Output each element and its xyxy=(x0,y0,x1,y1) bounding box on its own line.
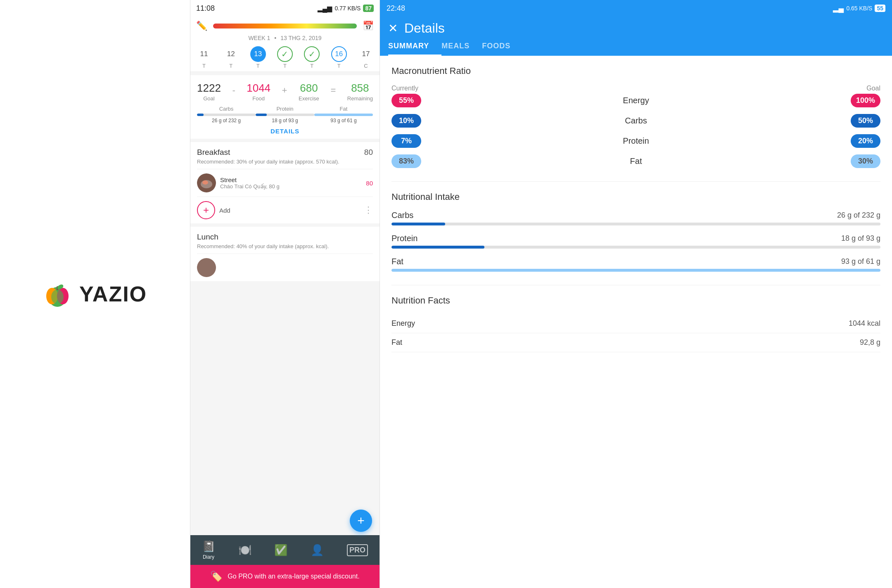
lunch-section: Lunch Recommended: 40% of your daily int… xyxy=(190,227,380,281)
day-13-circle: 13 xyxy=(250,46,266,62)
minus-op: - xyxy=(232,85,235,96)
nav-recipes[interactable]: 🍽️ xyxy=(238,544,251,557)
exercise-value: 680 xyxy=(300,82,318,95)
day-14[interactable]: ✓ T xyxy=(277,46,293,69)
status-time: 11:08 xyxy=(196,4,215,13)
day-17-circle: 17 xyxy=(358,46,374,62)
lunch-rec: Recommended: 40% of your daily intake (a… xyxy=(197,243,373,249)
tab-meals[interactable]: MEALS xyxy=(441,36,482,56)
calendar-icon[interactable]: 📅 xyxy=(363,21,374,31)
details-status-right: ▂▄ 0.65 KB/S 55 xyxy=(833,4,885,13)
nf-energy-row: Energy 1044 kcal xyxy=(391,314,880,333)
fat-name: Fat xyxy=(421,156,851,166)
tab-foods[interactable]: FOODS xyxy=(482,36,523,56)
svg-point-8 xyxy=(202,180,208,185)
lunch-food-item xyxy=(197,254,373,281)
week-date: 13 THG 2, 2019 xyxy=(280,35,321,41)
lunch-header: Lunch xyxy=(197,232,373,242)
ni-fat-value: 93 g of 61 g xyxy=(841,257,880,266)
food-sub: Cháo Trai Có Quấy, 80 g xyxy=(220,183,362,190)
add-food-row[interactable]: + Add ⋮ xyxy=(197,197,373,223)
yazio-icon xyxy=(43,280,72,308)
day-14-letter: T xyxy=(283,63,287,69)
day-16[interactable]: 16 T xyxy=(331,46,347,69)
promo-text: Go PRO with an extra-large special disco… xyxy=(228,573,359,580)
day-17[interactable]: 17 C xyxy=(358,46,374,69)
day-16-circle: 16 xyxy=(331,46,347,62)
ni-protein-row: Protein 18 g of 93 g xyxy=(391,234,880,249)
energy-ratio-row: 55% Energy 100% xyxy=(391,94,880,107)
close-button[interactable]: ✕ xyxy=(388,21,398,35)
energy-current-pct: 55% xyxy=(391,94,421,107)
food-item-street[interactable]: Street Cháo Trai Có Quấy, 80 g 80 xyxy=(197,169,373,197)
day-13[interactable]: 13 T xyxy=(250,46,266,69)
bottom-nav: 📓 Diary 🍽️ ✅ 👤 PRO xyxy=(190,535,380,565)
fab-add-button[interactable]: + xyxy=(350,510,372,532)
promo-bar[interactable]: 🏷️ Go PRO with an extra-large special di… xyxy=(190,565,380,588)
diary-nav-label: Diary xyxy=(203,554,214,560)
currently-label: Currently xyxy=(391,85,418,92)
breakfast-section: Breakfast 80 Recommended: 30% of your da… xyxy=(190,142,380,223)
wifi-icon: 0.77 KB/S xyxy=(334,5,361,12)
tab-summary[interactable]: SUMMARY xyxy=(388,36,441,56)
food-name: Street xyxy=(220,176,362,183)
breakfast-cal: 80 xyxy=(364,148,373,157)
nf-fat-name: Fat xyxy=(391,338,402,347)
fat-goal-pct: 30% xyxy=(851,154,880,168)
breakfast-rec: Recommended: 30% of your daily intake (a… xyxy=(197,159,373,165)
ni-protein-header: Protein 18 g of 93 g xyxy=(391,234,880,243)
fat-current-pct: 83% xyxy=(391,154,421,168)
energy-name: Energy xyxy=(421,96,851,105)
carbs-bar-bg xyxy=(197,114,256,116)
day-12[interactable]: 12 T xyxy=(223,46,239,69)
details-status-bar: 22:48 ▂▄ 0.65 KB/S 55 xyxy=(380,0,892,17)
lunch-thumbnail xyxy=(197,258,216,277)
diary-nav-icon: 📓 xyxy=(202,540,215,553)
goal-item: 1222 Goal xyxy=(197,82,221,102)
details-link[interactable]: DETAILS xyxy=(197,123,373,139)
macro-ratio-grid: 55% Energy 100% 10% Carbs 50% 7% Protein… xyxy=(391,94,880,168)
nf-energy-name: Energy xyxy=(391,319,415,328)
goal-label: Goal xyxy=(866,85,880,92)
more-options-icon[interactable]: ⋮ xyxy=(364,205,373,216)
remaining-value: 858 xyxy=(351,82,369,95)
ni-carbs-fill xyxy=(391,223,445,225)
details-title: Details xyxy=(404,21,884,36)
carbs-goal-pct: 50% xyxy=(851,114,880,128)
nf-energy-value: 1044 kcal xyxy=(849,319,880,328)
ni-carbs-value: 26 g of 232 g xyxy=(837,211,880,220)
macro-ratio-title: Macronutrient Ratio xyxy=(391,66,880,76)
day-15-circle: ✓ xyxy=(304,46,320,62)
food-value: 1044 xyxy=(247,82,270,95)
edit-icon[interactable]: ✏️ xyxy=(196,21,207,31)
carbs-ratio-row: 10% Carbs 50% xyxy=(391,114,880,128)
nf-fat-row: Fat 92,8 g xyxy=(391,333,880,352)
diary-header: ✏️ 📅 WEEK 1 • 13 THG 2, 2019 11 T 12 T 1… xyxy=(190,17,380,72)
yazio-logo: YAZIO xyxy=(43,280,147,308)
nutrition-intake-section: Nutritional Intake Carbs 26 g of 232 g P… xyxy=(391,192,880,272)
svg-point-3 xyxy=(51,289,64,304)
nav-goals[interactable]: ✅ xyxy=(274,544,287,557)
protein-macro: Protein 18 g of 93 g xyxy=(256,106,314,123)
ni-fat-row: Fat 93 g of 61 g xyxy=(391,257,880,272)
macro-ratio-header: Currently Goal xyxy=(391,85,880,92)
fat-ratio-row: 83% Fat 30% xyxy=(391,154,880,168)
nutrition-facts-section: Nutrition Facts Energy 1044 kcal Fat 92,… xyxy=(391,295,880,352)
remaining-item: 858 Remaining xyxy=(347,82,373,102)
nav-diary[interactable]: 📓 Diary xyxy=(202,540,215,560)
food-cal-value: 80 xyxy=(366,180,373,187)
nav-pro[interactable]: PRO xyxy=(347,544,368,556)
day-16-letter: T xyxy=(337,63,341,69)
day-11-letter: T xyxy=(202,63,206,69)
ni-fat-bar xyxy=(391,269,880,272)
ni-fat-header: Fat 93 g of 61 g xyxy=(391,257,880,266)
promo-icon: 🏷️ xyxy=(210,571,223,582)
ni-carbs-row: Carbs 26 g of 232 g xyxy=(391,211,880,225)
remaining-label: Remaining xyxy=(347,95,373,102)
details-status-time: 22:48 xyxy=(387,4,405,13)
day-11[interactable]: 11 T xyxy=(196,46,212,69)
nav-profile[interactable]: 👤 xyxy=(311,544,324,557)
breakfast-title: Breakfast xyxy=(197,148,230,157)
day-15[interactable]: ✓ T xyxy=(304,46,320,69)
week-label-text: WEEK 1 xyxy=(248,35,270,41)
